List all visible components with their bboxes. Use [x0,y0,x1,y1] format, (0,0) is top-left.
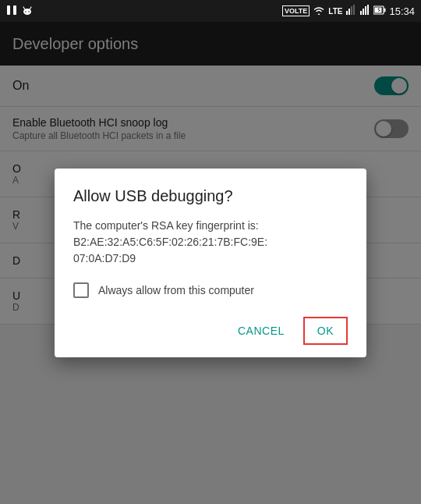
svg-rect-0 [7,5,10,15]
volte-badge: VOLTE [282,5,310,16]
signal-icon-1 [345,5,356,18]
svg-rect-8 [348,9,350,15]
svg-rect-12 [363,9,364,15]
svg-point-4 [28,11,30,12]
svg-rect-16 [384,8,386,12]
dialog-overlay: Allow USB debugging? The computer's RSA … [0,22,421,504]
battery-icon [373,5,386,18]
time-display: 15:34 [389,5,415,17]
svg-rect-14 [367,5,369,15]
checkbox-label: Always allow from this computer [98,284,254,296]
dialog-body-text: The computer's RSA key fingerprint is:B2… [73,219,267,264]
svg-rect-13 [365,6,366,15]
svg-line-6 [30,7,31,9]
svg-rect-9 [351,6,352,15]
svg-point-3 [25,11,27,12]
svg-rect-17 [375,7,382,12]
lte-icon: LTE [328,7,342,16]
status-right-icons: VOLTE LTE [282,5,415,18]
dialog-body: The computer's RSA key fingerprint is:B2… [73,218,348,267]
ok-button[interactable]: OK [303,317,348,345]
status-bar: VOLTE LTE [0,0,421,22]
svg-rect-11 [360,11,362,15]
svg-rect-7 [346,11,348,15]
usb-debug-dialog: Allow USB debugging? The computer's RSA … [55,169,366,357]
signal-icon-2 [359,5,370,18]
status-left-icons [6,5,33,18]
svg-rect-10 [353,5,355,15]
always-allow-checkbox[interactable] [73,282,89,298]
checkbox-row[interactable]: Always allow from this computer [73,282,348,298]
svg-line-5 [23,7,25,9]
cancel-button[interactable]: CANCEL [225,317,297,345]
wifi-icon [313,5,325,18]
svg-rect-1 [13,5,16,15]
pause-icon [6,5,17,18]
dialog-title: Allow USB debugging? [73,187,348,205]
android-icon [22,5,33,18]
dialog-buttons: CANCEL OK [73,317,348,345]
